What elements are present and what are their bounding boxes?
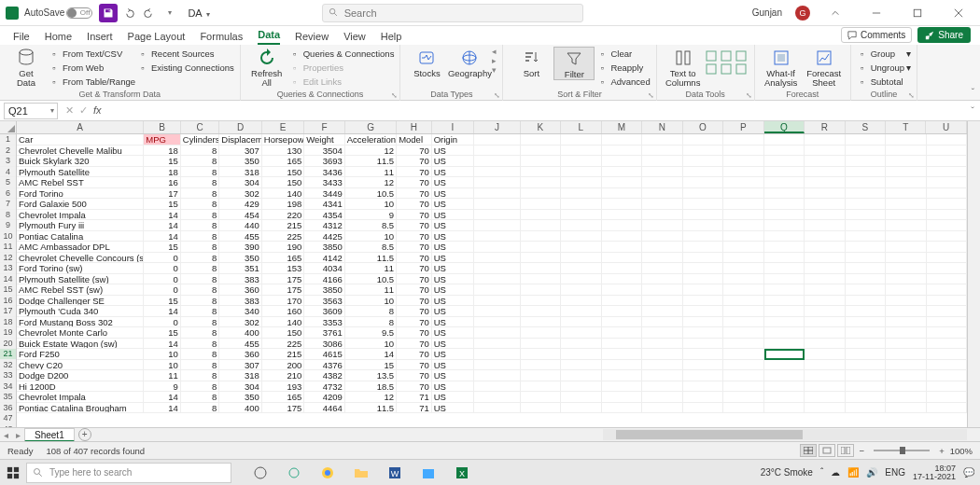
tray-chevron-icon[interactable]: ˆ — [820, 467, 823, 478]
cell-Q16[interactable] — [764, 296, 805, 307]
cell-D10[interactable]: 455 — [219, 231, 261, 242]
cell-G1[interactable]: Acceleration — [345, 134, 397, 146]
cell-N19[interactable] — [642, 327, 683, 339]
cell-O11[interactable] — [683, 242, 724, 253]
cell-U18[interactable] — [927, 317, 967, 328]
cell-R5[interactable] — [805, 177, 846, 188]
cell-S16[interactable] — [846, 296, 887, 307]
cell-R10[interactable] — [805, 231, 846, 242]
dialog-launcher[interactable]: ⤡ — [648, 91, 654, 100]
cell-O16[interactable] — [683, 296, 724, 307]
cell-C15[interactable]: 8 — [181, 284, 220, 296]
from-table-range-button[interactable]: ▫From Table/Range — [49, 75, 135, 88]
cell-R18[interactable] — [805, 317, 846, 328]
cell-I18[interactable]: US — [432, 317, 474, 328]
col-header-L[interactable]: L — [561, 121, 601, 133]
sheet-nav-prev[interactable]: ◂ — [0, 430, 12, 440]
cell-A16[interactable]: Dodge Challenger SE — [17, 296, 144, 307]
cell-C33[interactable]: 8 — [181, 370, 220, 381]
cell-R34[interactable] — [805, 381, 846, 393]
ungroup-button[interactable]: ▫Ungroup — [857, 61, 904, 74]
data-tool-0[interactable] — [706, 50, 717, 62]
cell-L15[interactable] — [561, 284, 602, 296]
cell-D11[interactable]: 390 — [219, 242, 261, 253]
cell-B8[interactable]: 14 — [144, 210, 181, 221]
cell-G9[interactable]: 8.5 — [345, 220, 397, 231]
cell-J1[interactable] — [474, 134, 520, 146]
cell-O17[interactable] — [683, 306, 724, 317]
cell-Q21[interactable] — [764, 349, 805, 360]
tell-me-search[interactable]: Search — [322, 4, 583, 22]
cell-L19[interactable] — [561, 327, 602, 339]
cell-D18[interactable]: 302 — [219, 317, 261, 328]
cell-R36[interactable] — [805, 403, 846, 414]
cell-P35[interactable] — [723, 392, 764, 403]
cell-B5[interactable]: 16 — [144, 177, 181, 188]
cell-U16[interactable] — [927, 296, 967, 307]
cell-O21[interactable] — [683, 349, 724, 360]
cell-O9[interactable] — [683, 220, 724, 231]
cell-K4[interactable] — [521, 167, 562, 178]
cell-S20[interactable] — [846, 339, 887, 350]
cell-I1[interactable]: Origin — [432, 134, 474, 146]
cell-S21[interactable] — [846, 349, 887, 360]
cell-B35[interactable]: 14 — [144, 392, 181, 403]
cell-A34[interactable]: Hi 1200D — [17, 381, 144, 393]
cell-B11[interactable]: 15 — [144, 242, 181, 253]
cell-L14[interactable] — [561, 274, 602, 285]
cell-G10[interactable]: 10 — [345, 231, 397, 242]
dialog-launcher[interactable]: ⤡ — [391, 91, 398, 100]
cell-J33[interactable] — [474, 370, 520, 381]
cell-J19[interactable] — [474, 327, 520, 339]
cell-T5[interactable] — [886, 177, 927, 188]
cell-A18[interactable]: Ford Mustang Boss 302 — [17, 317, 144, 328]
excel-icon[interactable]: X — [452, 463, 472, 483]
cell-A7[interactable]: Ford Galaxie 500 — [17, 199, 144, 210]
cell-E15[interactable]: 175 — [262, 284, 304, 296]
user-name[interactable]: Gunjan — [752, 7, 782, 18]
cell-H36[interactable]: 71 — [397, 403, 432, 414]
cell-M4[interactable] — [602, 167, 643, 178]
cell-J5[interactable] — [474, 177, 520, 188]
cell-I2[interactable]: US — [432, 146, 474, 157]
cell-E33[interactable]: 210 — [262, 370, 304, 381]
cell-P32[interactable] — [723, 360, 764, 371]
cell-D2[interactable]: 307 — [219, 146, 261, 157]
cell-E2[interactable]: 130 — [262, 146, 304, 157]
cell-I17[interactable]: US — [432, 306, 474, 317]
cell-O1[interactable] — [683, 134, 724, 146]
language-indicator[interactable]: ENG — [885, 467, 905, 478]
cell-H2[interactable]: 70 — [397, 146, 432, 157]
autosave-toggle[interactable]: Off — [66, 7, 92, 19]
cell-J15[interactable] — [474, 284, 520, 296]
cell-U8[interactable] — [927, 210, 967, 221]
view-normal-button[interactable] — [800, 444, 817, 457]
cell-O36[interactable] — [683, 403, 724, 414]
cell-E36[interactable]: 175 — [262, 403, 304, 414]
cell-U15[interactable] — [927, 284, 967, 296]
cell-T35[interactable] — [886, 392, 927, 403]
word-icon[interactable]: W — [385, 463, 405, 483]
cell-F35[interactable]: 4209 — [304, 392, 345, 403]
save-button[interactable] — [99, 4, 118, 22]
cell-C10[interactable]: 8 — [181, 231, 220, 242]
cell-S13[interactable] — [846, 263, 887, 274]
cell-J11[interactable] — [474, 242, 520, 253]
cell-I35[interactable]: US — [432, 392, 474, 403]
row-header-6[interactable]: 6 — [0, 188, 16, 200]
row-header-14[interactable]: 14 — [0, 274, 16, 285]
cell-F11[interactable]: 3850 — [304, 242, 345, 253]
cell-F6[interactable]: 3449 — [304, 188, 345, 200]
cell-Q18[interactable] — [764, 317, 805, 328]
cell-H7[interactable]: 70 — [397, 199, 432, 210]
cell-O20[interactable] — [683, 339, 724, 350]
cell-D7[interactable]: 429 — [219, 199, 261, 210]
cell-A33[interactable]: Dodge D200 — [17, 370, 144, 381]
cell-P2[interactable] — [723, 146, 764, 157]
row-header-3[interactable]: 3 — [0, 156, 16, 167]
cell-I15[interactable]: US — [432, 284, 474, 296]
cell-S35[interactable] — [846, 392, 887, 403]
cell-I34[interactable]: US — [432, 381, 474, 393]
cell-B19[interactable]: 15 — [144, 327, 181, 339]
zoom-out-button[interactable]: − — [860, 446, 865, 456]
